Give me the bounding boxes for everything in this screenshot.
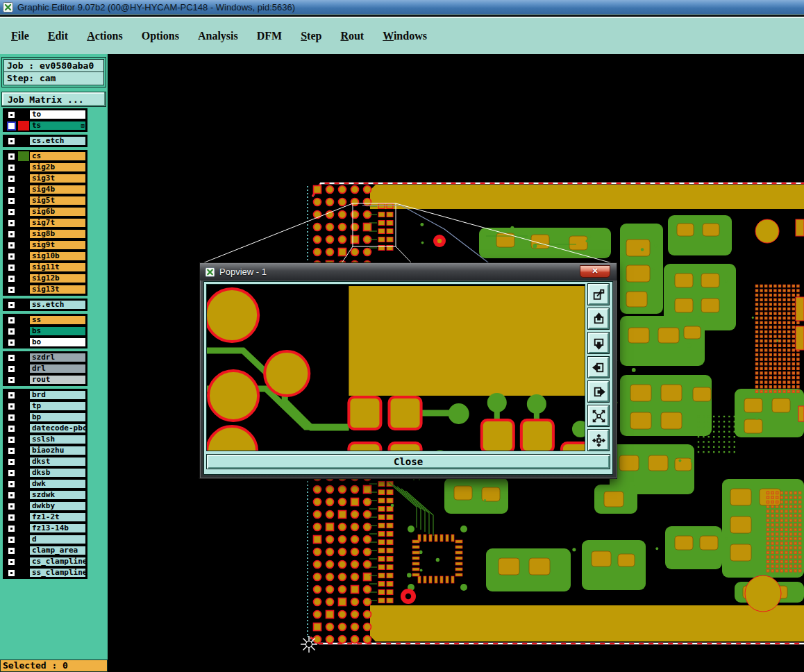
layer-label[interactable]: sig2b xyxy=(29,162,86,172)
layer-checkbox[interactable] xyxy=(7,469,16,478)
layer-checkbox[interactable] xyxy=(7,557,16,566)
layer-label[interactable]: bs xyxy=(29,326,86,336)
layer-checkbox[interactable] xyxy=(7,376,16,385)
layer-color-swatch[interactable] xyxy=(18,364,29,373)
layer-checkbox[interactable] xyxy=(7,480,16,489)
layer-checkbox[interactable] xyxy=(7,502,16,511)
layer-row[interactable]: fz1-2t xyxy=(4,512,86,522)
layer-label[interactable]: fz13-14b xyxy=(29,523,86,533)
layer-color-swatch[interactable] xyxy=(18,121,29,131)
layer-checkbox[interactable] xyxy=(7,364,16,373)
layer-checkbox[interactable] xyxy=(7,569,16,578)
layer-label[interactable]: tp xyxy=(29,401,86,411)
pcb-canvas[interactable]: Popview - 1 ✕ Close xyxy=(109,54,804,672)
layer-color-swatch[interactable] xyxy=(18,512,29,522)
layer-color-swatch[interactable] xyxy=(18,218,29,228)
layer-color-swatch[interactable] xyxy=(18,490,29,500)
layer-color-swatch[interactable] xyxy=(18,337,29,347)
menu-edit[interactable]: Edit xyxy=(48,30,68,42)
popview-canvas[interactable] xyxy=(206,284,585,451)
layer-checkbox[interactable] xyxy=(7,338,16,347)
layer-checkbox[interactable] xyxy=(7,121,16,131)
layer-checkbox[interactable] xyxy=(7,185,16,194)
layer-label[interactable]: ss xyxy=(29,315,86,325)
layer-checkbox[interactable] xyxy=(7,446,16,455)
layer-row[interactable]: to xyxy=(4,110,86,119)
layer-label[interactable]: bo xyxy=(29,337,86,347)
layer-checkbox[interactable] xyxy=(7,241,16,250)
layer-label[interactable]: biaozhu xyxy=(29,446,86,455)
menu-analysis[interactable]: Analysis xyxy=(198,30,238,42)
layer-color-swatch[interactable] xyxy=(18,285,29,294)
layer-color-swatch[interactable] xyxy=(18,326,29,336)
layer-color-swatch[interactable] xyxy=(18,196,29,205)
menu-actions[interactable]: Actions xyxy=(87,30,123,42)
layer-color-swatch[interactable] xyxy=(18,274,29,283)
layer-checkbox[interactable] xyxy=(7,219,16,228)
layer-color-swatch[interactable] xyxy=(18,446,29,455)
layer-row[interactable]: cs_clampline xyxy=(4,557,86,566)
layer-row[interactable]: d xyxy=(4,535,86,544)
layer-row[interactable]: datecode-pbc xyxy=(4,423,86,433)
layer-row[interactable]: sig8b xyxy=(4,229,86,239)
menu-rout[interactable]: Rout xyxy=(340,30,364,42)
menu-step[interactable]: Step xyxy=(301,30,321,42)
menu-windows[interactable]: Windows xyxy=(383,30,427,42)
layer-row[interactable]: clamp_area xyxy=(4,546,86,555)
layer-color-swatch[interactable] xyxy=(18,315,29,325)
layer-checkbox[interactable] xyxy=(7,535,16,544)
zoom-in-button[interactable] xyxy=(588,405,609,426)
layer-row[interactable]: bp xyxy=(4,412,86,422)
layer-color-swatch[interactable] xyxy=(18,468,29,478)
layer-row[interactable]: rout xyxy=(4,375,86,385)
layer-color-swatch[interactable] xyxy=(18,229,29,239)
layer-checkbox[interactable] xyxy=(7,491,16,500)
layer-checkbox[interactable] xyxy=(7,152,16,161)
layer-color-swatch[interactable] xyxy=(18,162,29,172)
layer-row[interactable]: dwkby xyxy=(4,501,86,511)
layer-label[interactable]: dwkby xyxy=(29,501,86,511)
layer-color-swatch[interactable] xyxy=(18,523,29,533)
layer-row[interactable]: dkst xyxy=(4,457,86,467)
layer-checkbox[interactable] xyxy=(7,513,16,522)
layer-color-swatch[interactable] xyxy=(18,479,29,489)
layer-checkbox[interactable] xyxy=(7,457,16,467)
layer-color-swatch[interactable] xyxy=(18,568,29,578)
layer-label[interactable]: cs xyxy=(29,151,86,161)
layer-checkbox[interactable] xyxy=(7,252,16,261)
layer-row[interactable]: ss.etch xyxy=(4,300,86,310)
layer-label[interactable]: szdrl xyxy=(29,353,86,362)
layer-label[interactable]: datecode-pbc xyxy=(29,423,86,433)
pan-up-button[interactable] xyxy=(588,308,609,329)
layer-checkbox[interactable] xyxy=(7,208,16,217)
menu-file[interactable]: File xyxy=(11,30,29,42)
layer-row[interactable]: tp xyxy=(4,401,86,411)
layer-color-swatch[interactable] xyxy=(18,185,29,194)
layer-row[interactable]: sig5t xyxy=(4,196,86,205)
layer-label[interactable]: cs.etch xyxy=(29,136,86,146)
layer-label[interactable]: d xyxy=(29,535,86,544)
layer-checkbox[interactable] xyxy=(7,435,16,444)
layer-label[interactable]: sig4b xyxy=(29,185,86,194)
popview-close-button[interactable]: Close xyxy=(206,454,610,469)
layer-row[interactable]: ss_clampline xyxy=(4,568,86,578)
popview-close-icon[interactable]: ✕ xyxy=(580,265,610,278)
layer-color-swatch[interactable] xyxy=(18,457,29,467)
layer-color-swatch[interactable] xyxy=(18,353,29,362)
layer-row[interactable]: dksb xyxy=(4,468,86,478)
layer-row[interactable]: fz13-14b xyxy=(4,523,86,533)
layer-checkbox[interactable] xyxy=(7,196,16,205)
layer-label[interactable]: sslsh xyxy=(29,435,86,444)
layer-label[interactable]: sig11t xyxy=(29,262,86,272)
layer-color-swatch[interactable] xyxy=(18,262,29,272)
layer-row[interactable]: cs.etch xyxy=(4,136,86,146)
layer-row[interactable]: bs xyxy=(4,326,86,336)
layer-checkbox[interactable] xyxy=(7,316,16,325)
layer-checkbox[interactable] xyxy=(7,424,16,433)
layer-color-swatch[interactable] xyxy=(18,300,29,310)
layer-row[interactable]: sig7t xyxy=(4,218,86,228)
layer-color-swatch[interactable] xyxy=(18,136,29,146)
layer-label[interactable]: sig5t xyxy=(29,196,86,205)
pan-left-button[interactable] xyxy=(588,357,609,378)
popview-copy-button[interactable] xyxy=(588,284,609,305)
